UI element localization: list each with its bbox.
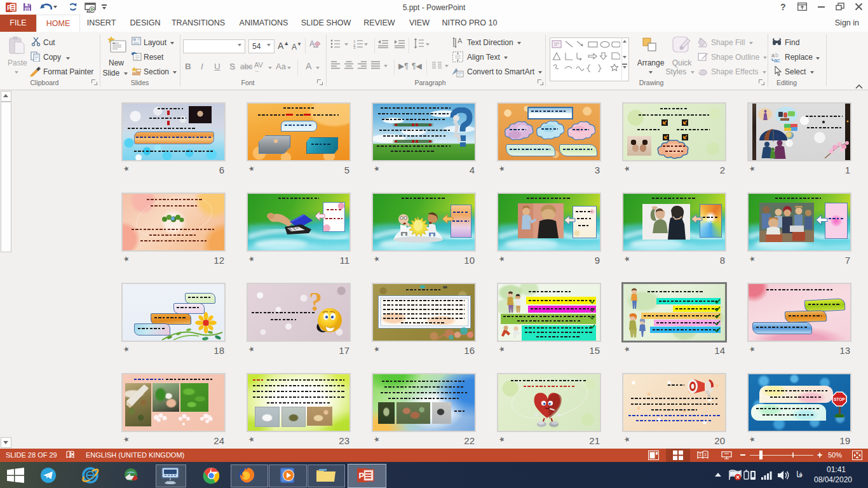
svg-text:P: P <box>359 471 365 480</box>
svg-text:A: A <box>458 37 463 44</box>
svg-text:ac: ac <box>774 57 780 63</box>
svg-text:3: 3 <box>353 46 356 49</box>
svg-text:STOP: STOP <box>834 397 845 402</box>
svg-text:P: P <box>7 4 11 11</box>
svg-text:?: ? <box>309 287 322 316</box>
